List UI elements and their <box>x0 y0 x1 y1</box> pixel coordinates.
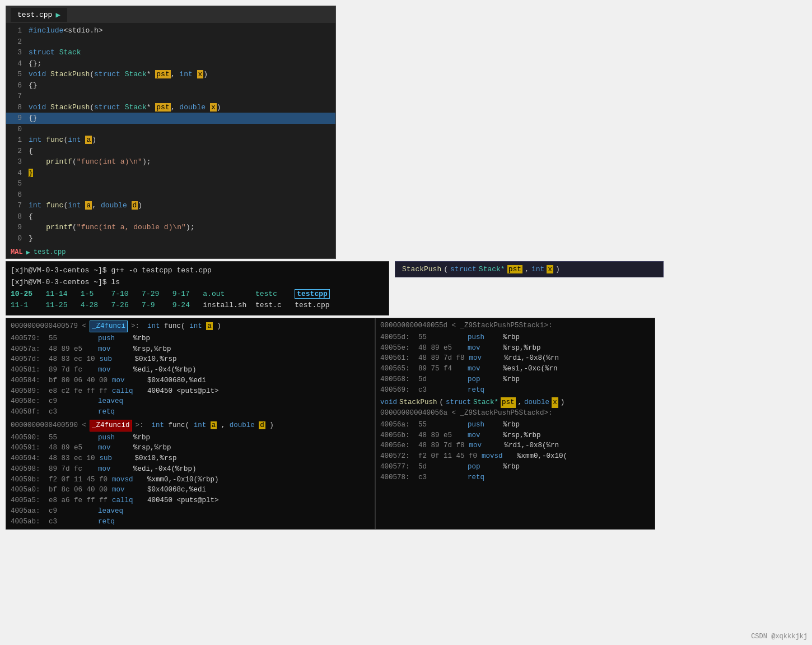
watermark: CSDN @xqkkkjkj <box>751 633 808 641</box>
tab-arrow: ▶ <box>55 10 60 20</box>
disasm-row: 400581:89 7d fcmov%edi,-0x4(%rbp) <box>11 365 370 375</box>
code-line-2: 2 <box>6 36 335 48</box>
disasm-row: 40055d:55push%rbp <box>380 332 650 343</box>
disasm-row: 400589:e8 c2 fe ff ffcallq400450 <puts@p… <box>11 386 370 397</box>
term-line-1: [xjh@VM-0-3-centos ~]$ g++ -o testcpp te… <box>11 265 384 277</box>
code-line-16: 6 <box>6 189 335 201</box>
disasm-right-func2-header: 000000000040056a < _Z9StackPushP5Stackd>… <box>380 408 650 419</box>
fn-sig-name: StackPush <box>402 265 441 273</box>
code-line-5: 5 void StackPush(struct Stack* pst, int … <box>6 69 335 80</box>
func2-symbol: _Z4funcid <box>90 420 132 431</box>
term-line-4: 11-1 11-25 4-28 7-26 7-9 9-24 install.sh… <box>11 300 384 312</box>
disasm-row: 40055e:48 89 e5mov%rsp,%rbp <box>380 343 650 354</box>
code-line-14: 4 } <box>6 168 335 179</box>
disasm-func2-header: 0000000000400590 < _Z4funcid >: int func… <box>11 420 370 431</box>
disasm-row: 400590:55push%rbp <box>11 433 370 443</box>
disasm-row: 40056b:48 89 e5mov%rsp,%rbp <box>380 430 650 441</box>
code-line-12: 2 { <box>6 146 335 157</box>
disasm-row: 400568:5dpop%rbp <box>380 374 650 385</box>
tab-bar: test.cpp ▶ <box>6 6 335 23</box>
code-line-10: 0 <box>6 124 335 135</box>
disasm-container: 0000000000400579 < _Z4funci >: int func(… <box>6 318 655 530</box>
terminal-panel: [xjh@VM-0-3-centos ~]$ g++ -o testcpp te… <box>6 261 389 315</box>
disasm-row: 40056e:48 89 7d f8mov%rdi,-0x8(%rn <box>380 440 650 451</box>
disasm-row: 400565:89 75 f4mov%esi,-0xc(%rn <box>380 364 650 374</box>
disasm-row: 400579:55push%rbp <box>11 333 370 344</box>
code-line-8: 8 void StackPush(struct Stack* pst, doub… <box>6 102 335 113</box>
editor-bottom-bar: MAL ▶ test.cpp <box>6 246 335 258</box>
disasm-right-func1-header: 000000000040055d < _Z9StackPushP5Stacki>… <box>380 321 650 331</box>
disasm-row: 4005aa:c9leaveq <box>11 506 370 517</box>
disasm-row: 40059b:f2 0f 11 45 f0movsd%xmm0,-0x10(%r… <box>11 475 370 485</box>
main-container: test.cpp ▶ 1 #include<stdio.h> 2 3 <box>0 0 812 535</box>
term-line-2: [xjh@VM-0-3-centos ~]$ ls <box>11 277 384 289</box>
code-line-6: 6 {} <box>6 80 335 91</box>
disasm-row: 400598:89 7d fcmov%edi,-0x4(%rbp) <box>11 464 370 475</box>
disasm-row: 400569:c3retq <box>380 385 650 396</box>
term-line-3: 10-25 11-14 1-5 7-10 7-29 9-17 a.out tes… <box>11 289 384 300</box>
top-row: test.cpp ▶ 1 #include<stdio.h> 2 3 <box>6 6 806 259</box>
code-line-20: 0 } <box>6 233 335 244</box>
disasm-row: 4005a0:bf 8c 06 40 00mov$0x40068c,%edi <box>11 485 370 495</box>
disasm-func1-header: 0000000000400579 < _Z4funci >: int func(… <box>11 321 370 332</box>
code-line-13: 3 printf("func(int a)\n"); <box>6 156 335 168</box>
disasm-left: 0000000000400579 < _Z4funci >: int func(… <box>6 318 375 530</box>
disasm-right-func2-void-header: void StackPush ( struct Stack* pst , dou… <box>380 397 650 408</box>
code-line-11: 1 int func(int a) <box>6 134 335 146</box>
tab-label: test.cpp <box>17 11 52 19</box>
disasm-right: 000000000040055d < _Z9StackPushP5Stacki>… <box>375 318 655 530</box>
func1-symbol: _Z4funci <box>90 321 128 332</box>
code-line-1: 1 #include<stdio.h> <box>6 25 335 36</box>
middle-row: [xjh@VM-0-3-centos ~]$ g++ -o testcpp te… <box>6 261 806 315</box>
disasm-row: 4005ab:c3retq <box>11 517 370 527</box>
right-panel <box>342 6 806 259</box>
disasm-row: 400584:bf 80 06 40 00mov$0x400680,%edi <box>11 375 370 386</box>
disasm-row: 400594:48 83 ec 10sub$0x10,%rsp <box>11 453 370 464</box>
disasm-row: 40058e:c9leaveq <box>11 396 370 407</box>
code-line-4: 4 {}; <box>6 58 335 69</box>
disasm-row: 400591:48 89 e5mov%rsp,%rbp <box>11 443 370 453</box>
code-content: 1 #include<stdio.h> 2 3 struct Stack 4 {… <box>6 23 335 246</box>
code-line-17: 7 int func(int a, double d) <box>6 200 335 211</box>
disasm-row: 400561:48 89 7d f8mov%rdi,-0x8(%rn <box>380 353 650 364</box>
disasm-row: 40058f:c3retq <box>11 407 370 417</box>
editor-filename: test.cpp <box>34 248 66 256</box>
code-line-3: 3 struct Stack <box>6 47 335 58</box>
fn-signature-popup: StackPush ( struct Stack* pst , int x ) <box>395 261 664 277</box>
right-disasm-area: StackPush ( struct Stack* pst , int x ) <box>395 261 664 315</box>
disasm-row: 400572:f2 0f 11 45 f0movsd%xmm0,-0x10( <box>380 451 650 462</box>
code-line-9: 9 {} <box>6 113 335 124</box>
editor-indicator: MAL <box>11 248 23 256</box>
tab-test-cpp[interactable]: test.cpp ▶ <box>11 8 67 22</box>
disasm-row: 400578:c3retq <box>380 472 650 483</box>
disasm-row: 40056a:55push%rbp <box>380 420 650 430</box>
code-line-15: 5 <box>6 178 335 189</box>
code-line-19: 9 printf("func(int a, double d)\n"); <box>6 222 335 233</box>
editor-arrow: ▶ <box>26 248 30 257</box>
disasm-row: 40057d:48 83 ec 10sub$0x10,%rsp <box>11 354 370 365</box>
disasm-row: 4005a5:e8 a6 fe ff ffcallq400450 <puts@p… <box>11 495 370 506</box>
disasm-row: 40057a:48 89 e5mov%rsp,%rbp <box>11 344 370 355</box>
code-line-18: 8 { <box>6 211 335 222</box>
code-editor: test.cpp ▶ 1 #include<stdio.h> 2 3 <box>6 6 336 259</box>
disasm-row: 400577:5dpop%rbp <box>380 462 650 472</box>
code-line-7: 7 <box>6 91 335 102</box>
